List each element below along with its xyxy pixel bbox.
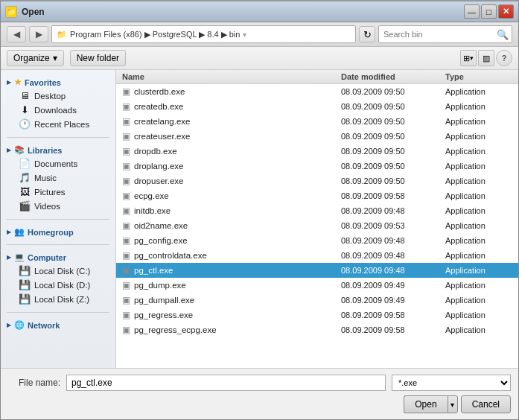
libraries-header[interactable]: ▸ 📚 Libraries <box>7 144 109 156</box>
open-button-group: Open ▾ <box>404 395 457 413</box>
search-box-wrap: 🔍 <box>378 25 512 43</box>
file-icon: ▣ <box>122 280 130 290</box>
file-list-header: Name Date modified Type <box>116 70 518 84</box>
favorites-arrow: ▸ <box>7 77 11 87</box>
search-icon: 🔍 <box>497 29 509 40</box>
file-date: 08.09.2009 09:50 <box>341 117 445 126</box>
file-icon: ▣ <box>122 176 130 186</box>
cancel-button[interactable]: Cancel <box>461 395 511 413</box>
file-type: Application <box>445 191 512 200</box>
views-arrow: ▾ <box>470 54 474 62</box>
col-type[interactable]: Type <box>445 72 512 81</box>
file-icon: ▣ <box>122 86 130 97</box>
sidebar-item-downloads[interactable]: ⬇ Downloads <box>7 103 109 117</box>
file-name-text: createuser.exe <box>134 132 190 141</box>
sidebar-item-pictures[interactable]: 🖼 Pictures <box>7 185 109 199</box>
file-name-text: pg_regress_ecpg.exe <box>134 325 217 334</box>
file-date: 08.09.2009 09:50 <box>341 87 445 96</box>
new-folder-button[interactable]: New folder <box>70 50 126 66</box>
content-area: Name Date modified Type ▣ clusterdb.exe … <box>116 70 518 368</box>
favorites-header[interactable]: ▸ ★ Favorites <box>7 76 109 89</box>
sidebar-item-label: Downloads <box>34 106 77 115</box>
disk-z-icon: 💾 <box>19 293 31 305</box>
open-dropdown-arrow[interactable]: ▾ <box>448 395 458 413</box>
close-button[interactable]: ✕ <box>498 4 514 19</box>
table-row[interactable]: ▣ pg_controldata.exe 08.09.2009 09:48 Ap… <box>116 248 518 263</box>
file-type: Application <box>445 206 512 215</box>
table-row[interactable]: ▣ oid2name.exe 08.09.2009 09:53 Applicat… <box>116 218 518 233</box>
table-row[interactable]: ▣ pg_ctl.exe 08.09.2009 09:48 Applicatio… <box>116 263 518 278</box>
file-type: Application <box>445 132 512 141</box>
file-name-text: pg_controldata.exe <box>134 251 207 260</box>
file-list: ▣ clusterdb.exe 08.09.2009 09:50 Applica… <box>116 84 518 368</box>
col-date[interactable]: Date modified <box>341 72 445 81</box>
file-name-text: oid2name.exe <box>134 221 188 230</box>
table-row[interactable]: ▣ dropuser.exe 08.09.2009 09:50 Applicat… <box>116 174 518 188</box>
organize-button[interactable]: Organize ▾ <box>7 50 64 66</box>
file-date: 08.09.2009 09:58 <box>341 311 445 319</box>
search-input[interactable] <box>378 25 512 43</box>
minimize-button[interactable]: — <box>464 4 480 19</box>
sidebar-item-desktop[interactable]: 🖥 Desktop <box>7 89 109 103</box>
action-bar: Organize ▾ New folder ⊞ ▾ ▥ ? <box>1 47 518 70</box>
table-row[interactable]: ▣ pg_dump.exe 08.09.2009 09:49 Applicati… <box>116 278 518 293</box>
breadcrumb-text: Program Files (x86) ▶ PostgreSQL ▶ 8.4 ▶… <box>70 30 240 39</box>
file-date: 08.09.2009 09:58 <box>341 325 445 334</box>
sidebar-item-documents[interactable]: 📄 Documents <box>7 156 109 171</box>
file-name-text: pg_dumpall.exe <box>134 296 194 305</box>
sidebar-item-local-disk-d[interactable]: 💾 Local Disk (D:) <box>7 278 109 292</box>
computer-header[interactable]: ▸ 💻 Computer <box>7 251 109 264</box>
file-name-cell: ▣ pg_controldata.exe <box>122 250 341 261</box>
back-button[interactable]: ◀ <box>7 26 26 42</box>
file-date: 08.09.2009 09:53 <box>341 221 445 230</box>
file-name-text: clusterdb.exe <box>134 87 185 96</box>
file-name-text: pg_config.exe <box>134 236 188 245</box>
organize-label: Organize <box>13 53 50 63</box>
table-row[interactable]: ▣ createuser.exe 08.09.2009 09:50 Applic… <box>116 129 518 144</box>
file-name-cell: ▣ pg_regress_ecpg.exe <box>122 325 341 335</box>
table-row[interactable]: ▣ createlang.exe 08.09.2009 09:50 Applic… <box>116 114 518 129</box>
sidebar-item-videos[interactable]: 🎬 Videos <box>7 199 109 213</box>
open-button[interactable]: Open <box>404 395 447 413</box>
network-header[interactable]: ▸ 🌐 Network <box>7 319 109 331</box>
favorites-label: Favorites <box>25 78 61 87</box>
table-row[interactable]: ▣ initdb.exe 08.09.2009 09:48 Applicatio… <box>116 203 518 218</box>
file-type: Application <box>445 102 512 111</box>
sidebar-item-music[interactable]: 🎵 Music <box>7 171 109 185</box>
forward-button[interactable]: ▶ <box>29 26 48 42</box>
col-name[interactable]: Name <box>122 72 341 81</box>
table-row[interactable]: ▣ pg_dumpall.exe 08.09.2009 09:49 Applic… <box>116 293 518 308</box>
documents-icon: 📄 <box>19 158 31 169</box>
table-row[interactable]: ▣ pg_config.exe 08.09.2009 09:48 Applica… <box>116 233 518 248</box>
libraries-section: ▸ 📚 Libraries 📄 Documents 🎵 Music 🖼 Pict… <box>1 141 115 216</box>
table-row[interactable]: ▣ ecpg.exe 08.09.2009 09:58 Application <box>116 188 518 203</box>
homegroup-section: ▸ 👥 Homegroup <box>1 223 115 241</box>
file-name-cell: ▣ createuser.exe <box>122 131 341 141</box>
views-button[interactable]: ⊞ ▾ <box>460 50 477 66</box>
sidebar-item-local-disk-c[interactable]: 💾 Local Disk (C:) <box>7 264 109 278</box>
table-row[interactable]: ▣ dropdb.exe 08.09.2009 09:50 Applicatio… <box>116 144 518 159</box>
sidebar-item-local-disk-z[interactable]: 💾 Local Disk (Z:) <box>7 292 109 306</box>
file-icon: ▣ <box>122 146 130 156</box>
divider-2 <box>7 219 109 220</box>
table-row[interactable]: ▣ droplang.exe 08.09.2009 09:50 Applicat… <box>116 159 518 174</box>
filename-input[interactable] <box>66 375 386 391</box>
file-date: 08.09.2009 09:48 <box>341 251 445 260</box>
file-type: Application <box>445 311 512 319</box>
file-type: Application <box>445 147 512 156</box>
table-row[interactable]: ▣ pg_regress_ecpg.exe 08.09.2009 09:58 A… <box>116 322 518 337</box>
table-row[interactable]: ▣ createdb.exe 08.09.2009 09:50 Applicat… <box>116 99 518 114</box>
maximize-button[interactable]: □ <box>481 4 497 19</box>
preview-button[interactable]: ▥ <box>478 50 494 66</box>
sidebar-item-recent-places[interactable]: 🕐 Recent Places <box>7 117 109 131</box>
table-row[interactable]: ▣ clusterdb.exe 08.09.2009 09:50 Applica… <box>116 84 518 99</box>
refresh-button[interactable]: ↻ <box>359 26 375 42</box>
file-type: Application <box>445 221 512 230</box>
sidebar-item-label: Local Disk (Z:) <box>34 295 89 304</box>
breadcrumb[interactable]: 📁 Program Files (x86) ▶ PostgreSQL ▶ 8.4… <box>51 25 356 43</box>
homegroup-header[interactable]: ▸ 👥 Homegroup <box>7 226 109 238</box>
help-button[interactable]: ? <box>496 50 512 66</box>
filetype-select[interactable]: *.exe <box>392 375 511 391</box>
file-date: 08.09.2009 09:49 <box>341 281 445 290</box>
table-row[interactable]: ▣ pg_regress.exe 08.09.2009 09:58 Applic… <box>116 308 518 322</box>
